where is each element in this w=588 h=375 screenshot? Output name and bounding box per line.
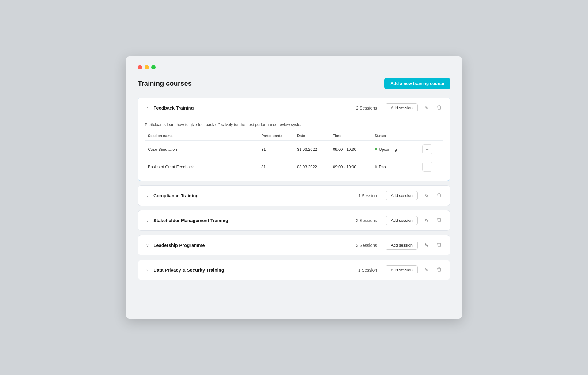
session-count-feedback-training: 2 Sessions (356, 106, 377, 110)
session-date-0: 31.03.2022 (294, 141, 330, 158)
col-header-date: Date (294, 132, 330, 141)
session-participants-0: 81 (258, 141, 294, 158)
course-header-leadership-programme: ∨ Leadership Programme 3 Sessions Add se… (138, 235, 450, 255)
add-session-button-compliance-training[interactable]: Add session (386, 191, 418, 200)
table-row: Basics of Great Feedback 81 08.03.2022 0… (145, 158, 443, 176)
session-status-0: Upcoming (371, 141, 419, 158)
delete-button-stakeholder-management[interactable] (435, 216, 443, 225)
main-window: Training courses Add a new training cour… (126, 56, 462, 319)
page-header: Training courses Add a new training cour… (138, 78, 450, 89)
session-name-1: Basics of Great Feedback (145, 158, 258, 176)
col-header-time: Time (330, 132, 371, 141)
col-header-session-name: Session name (145, 132, 258, 141)
edit-button-stakeholder-management[interactable]: ✎ (423, 217, 430, 225)
course-card-stakeholder-management: ∨ Stakeholder Management Training 2 Sess… (138, 210, 450, 231)
course-list: ∧ Feedback Training 2 Sessions Add sessi… (138, 98, 450, 280)
edit-button-feedback-training[interactable]: ✎ (423, 104, 430, 112)
course-header-data-privacy-training: ∨ Data Privacy & Security Training 1 Ses… (138, 260, 450, 280)
add-session-button-stakeholder-management[interactable]: Add session (386, 216, 418, 225)
session-time-1: 09:00 - 10:00 (330, 158, 371, 176)
add-session-button-leadership-programme[interactable]: Add session (386, 241, 418, 250)
session-nav-button-0[interactable]: → (422, 144, 432, 154)
course-card-leadership-programme: ∨ Leadership Programme 3 Sessions Add se… (138, 235, 450, 255)
course-card-data-privacy-training: ∨ Data Privacy & Security Training 1 Ses… (138, 260, 450, 280)
course-card-compliance-training: ∨ Compliance Training 1 Session Add sess… (138, 185, 450, 206)
status-label-0: Upcoming (379, 147, 397, 152)
course-header-feedback-training: ∧ Feedback Training 2 Sessions Add sessi… (138, 98, 450, 118)
add-session-button-feedback-training[interactable]: Add session (386, 103, 418, 112)
session-count-compliance-training: 1 Session (358, 193, 377, 198)
table-row: Case Simulation 81 31.03.2022 09:00 - 10… (145, 141, 443, 158)
course-name-compliance-training: Compliance Training (153, 193, 355, 198)
close-btn (138, 65, 142, 69)
status-dot-upcoming (375, 148, 377, 150)
chevron-down-icon[interactable]: ∨ (145, 243, 150, 247)
delete-button-leadership-programme[interactable] (435, 241, 443, 249)
col-header-action (419, 132, 443, 141)
status-dot-past (375, 165, 377, 168)
col-header-participants: Participants (258, 132, 294, 141)
session-count-data-privacy-training: 1 Session (358, 268, 377, 273)
course-description-feedback-training: Participants learn how to give feedback … (145, 122, 443, 127)
window-controls (138, 65, 450, 69)
course-header-compliance-training: ∨ Compliance Training 1 Session Add sess… (138, 186, 450, 206)
course-card-feedback-training: ∧ Feedback Training 2 Sessions Add sessi… (138, 98, 450, 181)
col-header-status: Status (371, 132, 419, 141)
add-training-course-button[interactable]: Add a new training course (384, 78, 450, 89)
chevron-down-icon[interactable]: ∨ (145, 268, 150, 272)
add-session-button-data-privacy-training[interactable]: Add session (386, 265, 418, 274)
edit-button-leadership-programme[interactable]: ✎ (423, 241, 430, 249)
delete-button-compliance-training[interactable] (435, 191, 443, 200)
edit-button-compliance-training[interactable]: ✎ (423, 192, 430, 200)
delete-button-data-privacy-training[interactable] (435, 266, 443, 274)
course-body-feedback-training: Participants learn how to give feedback … (138, 118, 450, 181)
session-count-stakeholder-management: 2 Sessions (356, 218, 377, 223)
minimize-btn (145, 65, 149, 69)
page-title: Training courses (138, 80, 192, 87)
session-status-1: Past (371, 158, 419, 176)
maximize-btn (151, 65, 156, 69)
sessions-table-feedback-training: Session name Participants Date Time Stat… (145, 132, 443, 175)
course-header-stakeholder-management: ∨ Stakeholder Management Training 2 Sess… (138, 210, 450, 230)
delete-button-feedback-training[interactable] (435, 104, 443, 112)
session-time-0: 09:00 - 10:30 (330, 141, 371, 158)
course-name-feedback-training: Feedback Training (153, 105, 352, 110)
session-nav-button-1[interactable]: → (422, 162, 432, 172)
chevron-up-icon[interactable]: ∧ (145, 106, 150, 110)
status-label-1: Past (379, 165, 387, 169)
edit-button-data-privacy-training[interactable]: ✎ (423, 266, 430, 274)
session-date-1: 08.03.2022 (294, 158, 330, 176)
session-count-leadership-programme: 3 Sessions (356, 243, 377, 248)
course-name-stakeholder-management: Stakeholder Management Training (153, 218, 352, 223)
session-participants-1: 81 (258, 158, 294, 176)
chevron-down-icon[interactable]: ∨ (145, 194, 150, 198)
chevron-down-icon[interactable]: ∨ (145, 218, 150, 223)
course-name-data-privacy-training: Data Privacy & Security Training (153, 267, 355, 273)
course-name-leadership-programme: Leadership Programme (153, 243, 352, 248)
session-name-0: Case Simulation (145, 141, 258, 158)
